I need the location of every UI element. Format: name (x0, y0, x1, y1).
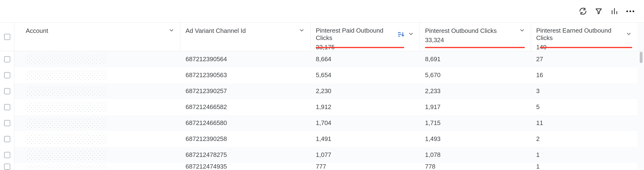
column-header-ad-variant[interactable]: Ad Variant Channel Id (180, 23, 310, 51)
cell-account (20, 67, 180, 83)
toolbar (0, 0, 644, 23)
cell-paid-outbound: 1,912 (310, 99, 420, 115)
cell-outbound: 1,078 (420, 147, 531, 163)
cell-ad-variant: 687212390257 (180, 83, 310, 99)
table-body: 687212390564 8,664 8,691 27 687212390563… (0, 51, 644, 170)
cell-paid-outbound: 1,077 (310, 147, 420, 163)
table-row[interactable]: 687212466582 1,912 1,917 5 (0, 99, 644, 115)
cell-earned-outbound: 27 (531, 51, 637, 67)
cell-ad-variant: 687212474935 (180, 163, 310, 170)
cell-earned-outbound: 3 (531, 83, 637, 99)
redacted-placeholder (26, 134, 107, 144)
cell-paid-outbound: 1,491 (310, 131, 420, 147)
row-checkbox[interactable] (0, 67, 14, 83)
cell-ad-variant: 687212390564 (180, 51, 310, 67)
scrollbar-gutter (637, 23, 644, 51)
redacted-placeholder (26, 164, 107, 169)
cell-ad-variant: 687212466580 (180, 115, 310, 131)
chevron-down-icon[interactable] (519, 27, 526, 34)
redacted-placeholder (26, 118, 107, 128)
column-label: Pinterest Outbound Clicks (425, 27, 497, 34)
column-underline (316, 47, 404, 48)
cell-outbound: 1,917 (420, 99, 531, 115)
cell-paid-outbound: 777 (310, 163, 420, 170)
row-checkbox[interactable] (0, 115, 14, 131)
cell-ad-variant: 687212390563 (180, 67, 310, 83)
row-checkbox[interactable] (0, 163, 14, 170)
column-label: Pinterest Paid Outbound Clicks (316, 27, 390, 42)
row-checkbox[interactable] (0, 147, 14, 163)
cell-outbound: 778 (420, 163, 531, 170)
cell-outbound: 8,691 (420, 51, 531, 67)
cell-account (20, 147, 180, 163)
cell-outbound: 1,715 (420, 115, 531, 131)
cell-account (20, 163, 180, 170)
cell-ad-variant: 687212466582 (180, 99, 310, 115)
column-header-outbound[interactable]: Pinterest Outbound Clicks 33,324 (420, 23, 531, 51)
cell-earned-outbound: 2 (531, 131, 637, 147)
redacted-placeholder (26, 86, 107, 96)
scrollbar-thumb[interactable] (640, 52, 642, 63)
table-header: Account Ad Variant Channel Id Pinterest … (0, 23, 644, 51)
redacted-placeholder (26, 102, 107, 112)
refresh-icon[interactable] (579, 7, 587, 15)
table-row[interactable]: 687212390257 2,230 2,233 3 (0, 83, 644, 99)
cell-account (20, 99, 180, 115)
column-label: Ad Variant Channel Id (186, 27, 246, 34)
row-checkbox[interactable] (0, 51, 14, 67)
row-checkbox[interactable] (0, 83, 14, 99)
cell-ad-variant: 687212478275 (180, 147, 310, 163)
column-total: 33,324 (425, 36, 526, 44)
bar-chart-icon[interactable] (610, 7, 619, 15)
table-row[interactable]: 687212390564 8,664 8,691 27 (0, 51, 644, 67)
more-icon[interactable] (626, 7, 634, 15)
row-checkbox[interactable] (0, 99, 14, 115)
cell-account (20, 131, 180, 147)
column-header-paid-outbound[interactable]: Pinterest Paid Outbound Clicks 33,175 (310, 23, 420, 51)
sort-desc-icon[interactable] (397, 31, 404, 38)
cell-paid-outbound: 1,704 (310, 115, 420, 131)
cell-ad-variant: 687212390258 (180, 131, 310, 147)
table-row[interactable]: 687212466580 1,704 1,715 11 (0, 115, 644, 131)
cell-earned-outbound: 11 (531, 115, 637, 131)
cell-account (20, 83, 180, 99)
cell-account (20, 51, 180, 67)
cell-paid-outbound: 2,230 (310, 83, 420, 99)
cell-outbound: 5,670 (420, 67, 531, 83)
table-row[interactable]: 687212474935 777 778 1 (0, 163, 644, 170)
cell-paid-outbound: 5,654 (310, 67, 420, 83)
chevron-down-icon[interactable] (168, 27, 175, 34)
cell-earned-outbound: 1 (531, 147, 637, 163)
column-underline (425, 47, 525, 48)
cell-paid-outbound: 8,664 (310, 51, 420, 67)
column-header-account[interactable]: Account (20, 23, 180, 51)
column-label: Pinterest Earned Outbound Clicks (536, 27, 617, 42)
cell-account (20, 115, 180, 131)
table-row[interactable]: 687212390258 1,491 1,493 2 (0, 131, 644, 147)
redacted-placeholder (26, 150, 107, 160)
row-checkbox[interactable] (0, 131, 14, 147)
cell-earned-outbound: 5 (531, 99, 637, 115)
cell-earned-outbound: 16 (531, 67, 637, 83)
table-row[interactable]: 687212390563 5,654 5,670 16 (0, 67, 644, 83)
column-underline (540, 47, 632, 48)
select-all-checkbox[interactable] (0, 23, 14, 51)
chevron-down-icon[interactable] (408, 30, 414, 38)
chevron-down-icon[interactable] (298, 27, 305, 34)
cell-outbound: 2,233 (420, 83, 531, 99)
filter-icon[interactable] (594, 7, 603, 15)
cell-outbound: 1,493 (420, 131, 531, 147)
scrollbar-track[interactable] (637, 51, 644, 67)
redacted-placeholder (26, 70, 107, 80)
table-row[interactable]: 687212478275 1,077 1,078 1 (0, 147, 644, 163)
column-header-earned-outbound[interactable]: Pinterest Earned Outbound Clicks 149 (531, 23, 637, 51)
column-label: Account (26, 27, 48, 34)
redacted-placeholder (26, 54, 107, 64)
cell-earned-outbound: 1 (531, 163, 637, 170)
chevron-down-icon[interactable] (626, 30, 632, 38)
